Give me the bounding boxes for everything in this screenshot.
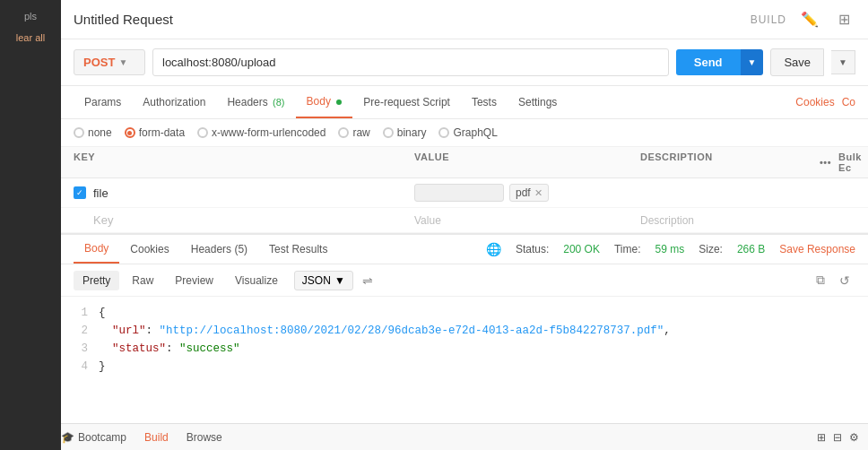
value-cell: pdf ✕ (414, 184, 640, 202)
radio-urlencoded-icon (197, 127, 208, 138)
build-label: BUILD (751, 13, 786, 26)
bulk-edit-button[interactable]: Bulk Ec (838, 151, 862, 173)
row-checkbox[interactable] (74, 186, 86, 199)
code-actions: ⧉ ↺ (811, 270, 855, 290)
sidebar: pls lear all (0, 0, 61, 450)
sidebar-clear-all[interactable]: lear all (16, 32, 45, 43)
code-format-label: JSON (302, 274, 331, 287)
bottom-right-icons: ⊞ ⊟ ⚙ (817, 431, 868, 444)
radio-form-data-icon (125, 127, 135, 138)
save-arrow-button[interactable]: ▼ (831, 50, 855, 74)
option-urlencoded-label: x-www-form-urlencoded (212, 126, 326, 139)
empty-value-cell[interactable]: Value (414, 214, 640, 227)
code-tab-preview[interactable]: Preview (166, 271, 222, 290)
line-number-1: 1 (74, 304, 88, 322)
tab-tests[interactable]: Tests (461, 87, 508, 117)
empty-row: Key Value Description (61, 208, 868, 233)
option-urlencoded[interactable]: x-www-form-urlencoded (197, 126, 326, 139)
grid-icon[interactable]: ⊞ (817, 431, 826, 444)
resp-tab-cookies[interactable]: Cookies (119, 236, 179, 263)
code-line-2: 2 "url": "http://localhost:8080/2021/02/… (74, 322, 855, 340)
size-label: Size: (699, 243, 723, 255)
option-binary-label: binary (397, 126, 427, 139)
copy-icon-button[interactable]: ⧉ (811, 270, 830, 290)
time-value: 59 ms (655, 243, 685, 255)
empty-desc-cell[interactable]: Description (640, 214, 820, 227)
line-number-3: 3 (74, 340, 88, 358)
code-format-select[interactable]: JSON ▼ (294, 271, 353, 290)
size-value: 266 B (737, 243, 765, 255)
option-raw-label: raw (352, 126, 369, 139)
tab-body[interactable]: Body (296, 86, 353, 118)
code-content-3: "status": "success" (99, 340, 240, 358)
radio-graphql-icon (438, 127, 449, 138)
method-select[interactable]: POST ▼ (74, 49, 145, 75)
more-button[interactable]: ••• (820, 157, 831, 168)
code-tab-pretty[interactable]: Pretty (74, 271, 119, 290)
comma-1: , (664, 325, 671, 337)
body-active-dot (336, 100, 342, 105)
request-title: Untitled Request (74, 12, 173, 27)
tab-headers[interactable]: Headers (8) (216, 87, 295, 117)
colon-2: : (166, 342, 179, 355)
time-label: Time: (614, 243, 641, 255)
file-input-mock[interactable] (414, 184, 504, 202)
resp-tab-body[interactable]: Body (74, 235, 119, 264)
colon-1: : (146, 325, 160, 337)
radio-raw-icon (338, 127, 349, 138)
code-content-2: "url": "http://localhost:8080/2021/02/28… (99, 322, 671, 340)
search-icon-button[interactable]: ↺ (834, 270, 855, 290)
col-value-header: VALUE (414, 151, 640, 173)
json-key-status: "status" (112, 342, 166, 355)
bootcamp-label: Bootcamp (78, 431, 126, 444)
bootcamp-item[interactable]: 🎓 Bootcamp (61, 431, 126, 444)
browse-item[interactable]: Browse (187, 431, 222, 444)
cookies-link[interactable]: Cookies (795, 96, 834, 108)
key-value: file (93, 186, 108, 200)
file-type-tag: pdf ✕ (509, 184, 549, 202)
send-arrow-button[interactable]: ▼ (741, 49, 764, 75)
json-value-url[interactable]: "http://localhost:8080/2021/02/28/96dcab… (160, 325, 664, 337)
line-number-2: 2 (74, 322, 88, 340)
status-label: Status: (516, 243, 549, 255)
option-graphql-label: GraphQL (453, 126, 497, 139)
option-binary[interactable]: binary (383, 126, 427, 139)
co-link[interactable]: Co (842, 96, 855, 108)
tab-authorization[interactable]: Authorization (132, 87, 216, 117)
wrap-lines-icon-button[interactable]: ⇌ (357, 271, 378, 290)
tab-pre-request[interactable]: Pre-request Script (352, 87, 461, 117)
resp-tab-test-results[interactable]: Test Results (258, 236, 338, 263)
settings-icon[interactable]: ⚙ (849, 431, 859, 444)
save-response-button[interactable]: Save Response (779, 243, 855, 255)
option-form-data[interactable]: form-data (125, 126, 185, 139)
form-table-header: KEY VALUE DESCRIPTION ••• Bulk Ec (61, 147, 868, 178)
edit-icon-button[interactable]: ✏️ (795, 9, 824, 30)
save-button[interactable]: Save (770, 48, 824, 76)
resp-tab-headers[interactable]: Headers (5) (180, 236, 258, 263)
code-format-arrow-icon: ▼ (334, 274, 345, 287)
url-input[interactable] (152, 48, 669, 76)
headers-badge: (8) (273, 97, 284, 108)
option-none[interactable]: none (74, 126, 112, 139)
remove-file-icon[interactable]: ✕ (534, 187, 542, 199)
code-tab-raw[interactable]: Raw (123, 271, 162, 290)
radio-none-icon (74, 127, 84, 138)
build-item[interactable]: Build (144, 431, 169, 444)
col-key-header: KEY (74, 151, 414, 173)
bootcamp-icon: 🎓 (61, 431, 74, 444)
main-panel: Untitled Request BUILD ✏️ ⊞ POST ▼ Send … (61, 0, 868, 450)
tab-params[interactable]: Params (74, 87, 132, 117)
code-content-4: } (99, 358, 106, 376)
option-raw[interactable]: raw (338, 126, 369, 139)
option-graphql[interactable]: GraphQL (438, 126, 497, 139)
col-desc-header: DESCRIPTION (640, 151, 820, 173)
tab-settings[interactable]: Settings (508, 87, 568, 117)
top-bar: Untitled Request BUILD ✏️ ⊞ (61, 0, 868, 39)
more-options-icon-button[interactable]: ⊞ (833, 9, 855, 30)
top-bar-right: BUILD ✏️ ⊞ (751, 9, 855, 30)
split-icon[interactable]: ⊟ (833, 431, 842, 444)
browse-label: Browse (187, 431, 222, 444)
code-tab-visualize[interactable]: Visualize (226, 271, 287, 290)
send-button[interactable]: Send (676, 49, 741, 75)
empty-key-cell[interactable]: Key (74, 213, 414, 227)
